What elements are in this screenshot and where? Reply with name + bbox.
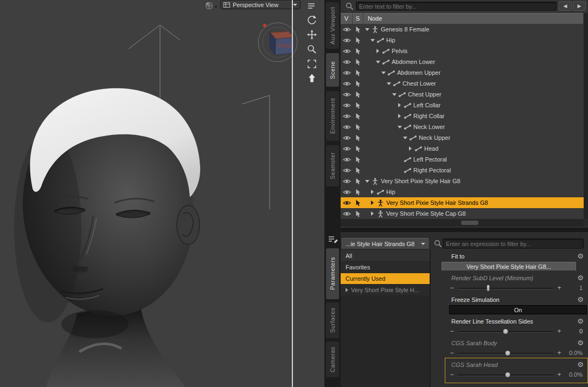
visibility-eye-icon[interactable] bbox=[341, 59, 353, 65]
expand-arrow-icon[interactable] bbox=[369, 211, 376, 216]
expand-arrow-icon[interactable] bbox=[346, 288, 348, 292]
scene-node-row-chest-lower[interactable]: Chest Lower bbox=[341, 78, 584, 89]
selectable-cursor-icon[interactable] bbox=[353, 48, 363, 55]
gear-icon[interactable]: ⚙ bbox=[577, 360, 584, 369]
collapse-arrow-icon[interactable] bbox=[363, 180, 370, 183]
param-group-very-short-pixie-style-h[interactable]: Very Short Pixie Style H... bbox=[341, 285, 430, 296]
collapse-arrow-icon[interactable] bbox=[385, 82, 392, 85]
dock-tab-scene[interactable]: Scene bbox=[326, 53, 339, 87]
selectable-cursor-icon[interactable] bbox=[353, 124, 363, 131]
fit-to-target-button[interactable]: Very Short Pixie Style Hair G8... bbox=[442, 262, 576, 271]
visibility-eye-icon[interactable] bbox=[341, 167, 353, 173]
select-next-button[interactable]: ▶ bbox=[573, 1, 586, 11]
viewport-menu-icon[interactable] bbox=[305, 0, 319, 12]
dock-tab-seamster[interactable]: Seamster bbox=[326, 145, 339, 186]
expand-arrow-icon[interactable] bbox=[374, 49, 381, 53]
column-header-visible[interactable]: V bbox=[341, 13, 353, 24]
scene-node-row-neck-upper[interactable]: Neck Upper bbox=[341, 132, 584, 143]
scene-filter-input[interactable] bbox=[356, 2, 557, 11]
scene-node-row-hip[interactable]: Hip bbox=[341, 186, 584, 197]
scene-node-row-chest-upper[interactable]: Chest Upper bbox=[341, 89, 584, 100]
scene-node-row-neck-lower[interactable]: Neck Lower bbox=[341, 121, 584, 132]
gear-icon[interactable]: ⚙ bbox=[577, 251, 584, 261]
viewport-3d[interactable]: Perspective View Front bbox=[0, 0, 324, 387]
selectable-cursor-icon[interactable] bbox=[353, 59, 363, 66]
visibility-eye-icon[interactable] bbox=[341, 27, 353, 33]
scene-node-row-abdomen-lower[interactable]: Abdomen Lower bbox=[341, 56, 584, 67]
dock-tab-surfaces[interactable]: Surfaces bbox=[326, 302, 339, 338]
vertical-scrollbar[interactable] bbox=[584, 13, 588, 219]
selectable-cursor-icon[interactable] bbox=[353, 134, 363, 141]
expand-arrow-icon[interactable] bbox=[396, 103, 403, 107]
visibility-eye-icon[interactable] bbox=[341, 102, 353, 108]
visibility-eye-icon[interactable] bbox=[341, 135, 353, 141]
viewport-splitter[interactable] bbox=[292, 0, 293, 387]
selectable-cursor-icon[interactable] bbox=[353, 26, 363, 33]
scene-node-row-abdomen-upper[interactable]: Abdomen Upper bbox=[341, 67, 584, 78]
visibility-eye-icon[interactable] bbox=[341, 37, 353, 43]
slider-handle[interactable] bbox=[487, 285, 490, 292]
collapse-arrow-icon[interactable] bbox=[396, 126, 403, 128]
collapse-arrow-icon[interactable] bbox=[363, 28, 370, 31]
dock-tab-aux-viewport[interactable]: Aux Viewport bbox=[326, 2, 339, 49]
visibility-eye-icon[interactable] bbox=[341, 48, 353, 54]
expand-arrow-icon[interactable] bbox=[407, 146, 414, 151]
collapse-arrow-icon[interactable] bbox=[369, 39, 376, 42]
slider-track[interactable] bbox=[458, 375, 553, 376]
scene-node-row-head[interactable]: Head bbox=[341, 143, 584, 154]
gear-icon[interactable]: ⚙ bbox=[577, 317, 584, 326]
scene-node-row-very-short-pixie-style-cap-g8[interactable]: Very Short Pixie Style Cap G8 bbox=[341, 208, 584, 219]
column-header-node[interactable]: Node bbox=[363, 13, 584, 24]
aim-tool-icon[interactable] bbox=[305, 72, 319, 84]
camera-dropdown-caret-icon[interactable] bbox=[214, 6, 218, 8]
slider-track[interactable] bbox=[458, 353, 553, 354]
visibility-eye-icon[interactable] bbox=[341, 157, 353, 163]
dock-tab-cameras[interactable]: Cameras bbox=[326, 341, 339, 377]
selectable-cursor-icon[interactable] bbox=[353, 156, 363, 163]
selectable-cursor-icon[interactable] bbox=[353, 37, 363, 44]
gear-icon[interactable]: ⚙ bbox=[577, 338, 584, 347]
expand-arrow-icon[interactable] bbox=[396, 114, 403, 118]
collapse-arrow-icon[interactable] bbox=[401, 137, 408, 139]
horizontal-scrollbar[interactable] bbox=[341, 219, 584, 227]
slider-handle[interactable] bbox=[504, 350, 510, 356]
dock-tab-parameters[interactable]: Parameters bbox=[326, 248, 339, 299]
pane-splitter[interactable] bbox=[341, 228, 588, 232]
gear-icon[interactable]: ⚙ bbox=[577, 273, 584, 282]
selectable-cursor-icon[interactable] bbox=[353, 210, 363, 217]
selectable-cursor-icon[interactable] bbox=[353, 199, 363, 207]
camera-globe-icon[interactable] bbox=[204, 1, 215, 11]
slider-track[interactable] bbox=[458, 288, 553, 289]
parameter-value[interactable]: 0 bbox=[559, 326, 583, 336]
scene-node-row-very-short-pixie-style-hair-strands-g8[interactable]: Very Short Pixie Style Hair Strands G8 bbox=[341, 197, 584, 208]
visibility-eye-icon[interactable] bbox=[341, 70, 353, 76]
selectable-cursor-icon[interactable] bbox=[353, 145, 363, 152]
pan-tool-icon[interactable] bbox=[305, 29, 319, 41]
parameters-pane-menu-icon[interactable] bbox=[327, 234, 339, 245]
slider-decrement-button[interactable]: − bbox=[448, 370, 456, 379]
selectable-cursor-icon[interactable] bbox=[353, 80, 363, 87]
scene-node-row-pelvis[interactable]: Pelvis bbox=[341, 46, 584, 56]
orbit-tool-icon[interactable] bbox=[305, 14, 319, 25]
slider-handle[interactable] bbox=[504, 372, 510, 378]
param-group-favorites[interactable]: Favorites bbox=[341, 262, 430, 273]
visibility-eye-icon[interactable] bbox=[341, 211, 353, 217]
slider-decrement-button[interactable]: − bbox=[448, 326, 456, 336]
scene-node-row-left-collar[interactable]: Left Collar bbox=[341, 100, 584, 111]
scene-node-row-right-collar[interactable]: Right Collar bbox=[341, 111, 584, 121]
scene-node-row-left-pectoral[interactable]: Left Pectoral bbox=[341, 154, 584, 165]
slider-handle[interactable] bbox=[503, 328, 509, 334]
expand-arrow-icon[interactable] bbox=[369, 201, 376, 205]
collapse-arrow-icon[interactable] bbox=[391, 93, 398, 96]
parameter-value[interactable]: 0.0% bbox=[559, 370, 583, 379]
gear-icon[interactable]: ⚙ bbox=[577, 295, 584, 304]
selectable-cursor-icon[interactable] bbox=[353, 189, 363, 196]
selectable-cursor-icon[interactable] bbox=[353, 91, 363, 98]
scrollbar-thumb[interactable] bbox=[461, 221, 478, 225]
parameter-filter-input[interactable] bbox=[443, 238, 584, 249]
visibility-eye-icon[interactable] bbox=[341, 113, 353, 119]
selectable-cursor-icon[interactable] bbox=[353, 113, 363, 120]
view-selector-dropdown[interactable]: Perspective View bbox=[220, 0, 301, 9]
dock-tab-environment[interactable]: Environment bbox=[326, 91, 339, 141]
column-header-selectable[interactable]: S bbox=[353, 13, 363, 24]
